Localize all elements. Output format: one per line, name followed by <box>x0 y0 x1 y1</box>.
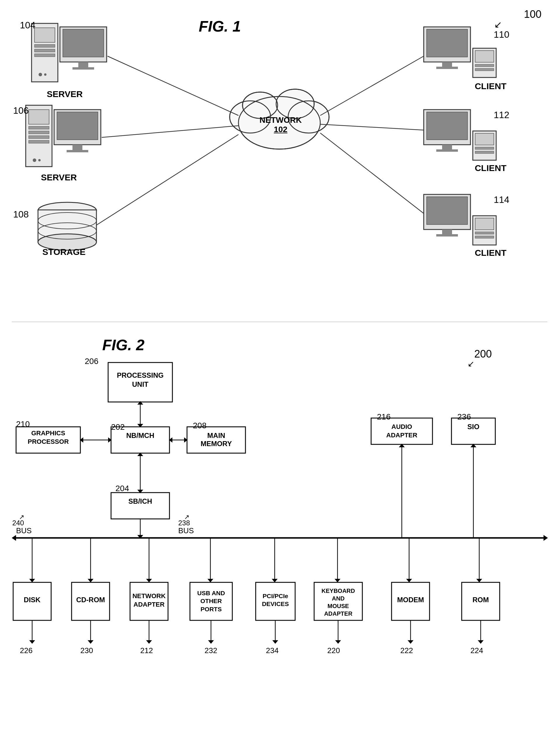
svg-marker-106 <box>272 579 277 582</box>
svg-point-55 <box>243 92 277 118</box>
modem-label: MODEM <box>392 596 429 604</box>
svg-rect-75 <box>111 493 170 519</box>
svg-rect-3 <box>35 49 55 52</box>
svg-rect-44 <box>424 194 470 230</box>
svg-marker-87 <box>137 453 143 456</box>
ref-240-arrow: ↗ <box>19 513 24 521</box>
ref-100: 100 <box>524 8 541 20</box>
svg-marker-98 <box>29 579 35 582</box>
network-label: NETWORK 102 <box>260 115 302 134</box>
svg-rect-41 <box>475 133 494 145</box>
ref-232: 232 <box>204 646 217 655</box>
svg-line-68 <box>320 133 424 213</box>
svg-marker-102 <box>146 579 152 582</box>
svg-rect-50 <box>475 232 494 234</box>
svg-marker-112 <box>476 579 482 582</box>
svg-point-18 <box>38 159 41 161</box>
svg-rect-4 <box>35 54 55 57</box>
svg-rect-8 <box>63 29 104 57</box>
svg-marker-89 <box>12 535 16 541</box>
fig1-area: FIG. 1 100 ↙ <box>0 0 559 322</box>
ref-114: 114 <box>494 194 509 205</box>
server-106-label: SERVER <box>41 172 77 182</box>
svg-marker-126 <box>146 640 152 644</box>
sb-ich-label: SB/ICH <box>111 497 170 505</box>
ref-110: 110 <box>494 29 509 40</box>
divider <box>12 322 547 322</box>
svg-rect-33 <box>475 50 494 62</box>
svg-rect-11 <box>26 105 52 167</box>
svg-marker-94 <box>399 444 405 447</box>
ref-206: 206 <box>85 357 98 366</box>
processing-unit-label: PROCESSING UNIT <box>108 371 173 389</box>
keyboard-mouse-label: KEYBOARDANDMOUSEADAPTER <box>314 587 362 618</box>
svg-marker-130 <box>272 640 278 644</box>
ref-202: 202 <box>111 423 125 432</box>
ref-222: 222 <box>400 646 413 655</box>
svg-rect-47 <box>436 234 458 237</box>
svg-marker-104 <box>207 579 213 582</box>
svg-rect-2 <box>35 44 55 47</box>
svg-marker-122 <box>29 640 35 644</box>
svg-rect-51 <box>475 236 494 238</box>
svg-rect-19 <box>54 110 101 145</box>
svg-rect-20 <box>57 112 98 140</box>
svg-rect-15 <box>29 136 49 138</box>
svg-rect-32 <box>473 48 496 78</box>
svg-rect-14 <box>29 131 49 134</box>
svg-marker-108 <box>335 579 340 582</box>
svg-rect-45 <box>427 197 468 224</box>
svg-marker-100 <box>88 579 93 582</box>
pci-devices-label: PCI/PCIeDEVICES <box>256 592 295 608</box>
ref-230: 230 <box>80 646 93 655</box>
svg-rect-12 <box>29 110 49 124</box>
ref-238-arrow: ↗ <box>184 513 189 521</box>
svg-rect-9 <box>78 62 88 68</box>
svg-line-66 <box>320 56 424 115</box>
svg-point-6 <box>44 73 46 76</box>
ref-112: 112 <box>494 110 509 121</box>
ref-212: 212 <box>140 646 153 655</box>
ref-224: 224 <box>470 646 483 655</box>
svg-rect-1 <box>35 28 55 42</box>
svg-rect-7 <box>60 27 107 62</box>
main-memory-label: MAINMEMORY <box>187 432 245 448</box>
svg-marker-128 <box>208 640 214 644</box>
svg-point-56 <box>276 89 314 118</box>
ref-210: 210 <box>16 419 30 429</box>
svg-marker-110 <box>406 579 412 582</box>
svg-marker-134 <box>408 640 413 644</box>
svg-line-63 <box>108 56 239 115</box>
ref-234: 234 <box>266 646 278 655</box>
svg-rect-24 <box>38 210 96 242</box>
svg-point-23 <box>38 202 96 219</box>
client-112-label: CLIENT <box>475 163 507 173</box>
fig2-title: FIG. 2 <box>102 336 144 354</box>
svg-rect-39 <box>436 149 458 152</box>
svg-point-27 <box>38 223 96 239</box>
page: { "fig1": { "title": "FIG. 1", "ref_100"… <box>0 0 559 756</box>
svg-rect-38 <box>442 145 452 149</box>
ref-104: 104 <box>20 20 35 31</box>
svg-marker-124 <box>88 640 93 644</box>
svg-point-62 <box>276 89 314 118</box>
svg-rect-0 <box>31 23 58 82</box>
fig1-diagram <box>0 0 559 322</box>
fig2-diagram <box>0 327 559 756</box>
network-adapter-label: NETWORKADAPTER <box>130 592 168 609</box>
svg-rect-21 <box>72 145 83 151</box>
ref-216: 216 <box>377 412 391 422</box>
svg-marker-86 <box>137 490 143 493</box>
svg-rect-31 <box>436 67 458 69</box>
svg-rect-30 <box>442 62 452 67</box>
fig1-title: FIG. 1 <box>199 18 241 35</box>
svg-point-26 <box>38 213 96 229</box>
svg-marker-92 <box>137 535 143 539</box>
sio-label: SIO <box>451 423 495 431</box>
fig2-area: FIG. 2 200 ↙ <box>0 327 559 756</box>
ref-220: 220 <box>327 646 340 655</box>
nb-mch-label: NB/MCH <box>111 432 170 440</box>
svg-line-64 <box>102 126 239 137</box>
ref-106: 106 <box>13 105 29 116</box>
svg-line-67 <box>320 124 424 130</box>
